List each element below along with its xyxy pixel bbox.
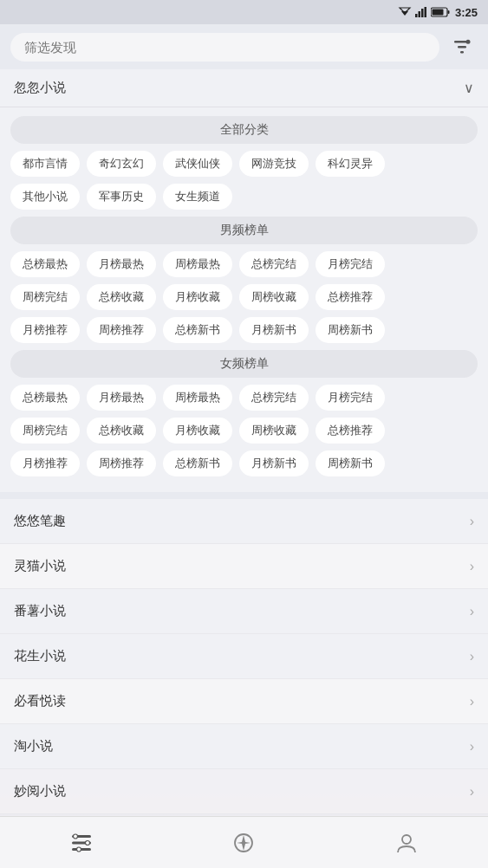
male-tags-row1: 总榜最热 月榜最热 周榜最热 总榜完结 月榜完结 (10, 251, 478, 277)
tag-junshilishi[interactable]: 军事历史 (87, 184, 156, 210)
tag-f-week-new[interactable]: 周榜新书 (316, 450, 385, 476)
tag-f-week-recommend[interactable]: 周榜推荐 (87, 450, 156, 476)
tag-wuxiaxianxia[interactable]: 武侠仙侠 (163, 151, 232, 177)
svg-rect-11 (460, 51, 464, 54)
svg-point-32 (73, 834, 77, 839)
tag-f-total-hot[interactable]: 总榜最热 (10, 385, 80, 411)
search-input-wrap[interactable] (10, 33, 439, 62)
nav-item-profile[interactable] (378, 825, 435, 861)
divider1 (0, 492, 488, 499)
filter-button[interactable] (446, 31, 478, 62)
tag-f-month-finish[interactable]: 月榜完结 (316, 385, 385, 411)
list-item-youyoubiqu[interactable]: 悠悠笔趣 › (0, 499, 488, 544)
tag-f-month-collect[interactable]: 月榜收藏 (163, 418, 232, 444)
tag-m-week-collect[interactable]: 周榜收藏 (239, 284, 309, 310)
tag-m-week-hot[interactable]: 周榜最热 (163, 251, 232, 277)
list-item-fanshu[interactable]: 番薯小说 › (0, 589, 488, 634)
tag-f-week-collect[interactable]: 周榜收藏 (239, 418, 309, 444)
arrow-icon: › (470, 514, 474, 529)
tag-m-total-finish[interactable]: 总榜完结 (239, 251, 309, 277)
tag-m-total-hot[interactable]: 总榜最热 (10, 251, 80, 277)
time-display: 3:25 (455, 6, 478, 19)
section-huhuxiaoshuo[interactable]: 忽忽小说 ∨ (0, 69, 488, 107)
svg-point-37 (402, 835, 411, 844)
tag-m-week-finish[interactable]: 周榜完结 (10, 284, 80, 310)
svg-point-33 (85, 840, 89, 845)
list-item-miaoyue[interactable]: 妙阅小说 › (0, 769, 488, 814)
tag-f-total-collect[interactable]: 总榜收藏 (87, 418, 156, 444)
mountain-section: 花生小说 › 必看悦读 › 淘小说 › (0, 634, 488, 816)
tag-f-total-new[interactable]: 总榜新书 (163, 450, 232, 476)
svg-rect-2 (415, 14, 418, 17)
svg-rect-7 (447, 10, 449, 14)
male-group-label: 男频榜单 (10, 217, 478, 244)
item-label-bikanyuedu: 必看悦读 (14, 693, 66, 709)
tag-m-week-new[interactable]: 周榜新书 (316, 317, 385, 343)
list-item-huasheng[interactable]: 花生小说 › (0, 634, 488, 679)
tag-wangyoujingji[interactable]: 网游竞技 (239, 151, 309, 177)
arrow-icon: › (470, 739, 474, 755)
tag-f-month-recommend[interactable]: 月榜推荐 (10, 450, 80, 476)
svg-rect-4 (421, 9, 424, 17)
tag-qitaxiaoshuo[interactable]: 其他小说 (10, 184, 80, 210)
search-input[interactable] (24, 40, 426, 55)
arrow-icon: › (470, 694, 474, 709)
tag-m-total-collect[interactable]: 总榜收藏 (87, 284, 156, 310)
tag-f-month-hot[interactable]: 月榜最热 (87, 385, 156, 411)
list-item-bikanyuedu[interactable]: 必看悦读 › (0, 679, 488, 724)
female-tags-row1: 总榜最热 月榜最热 周榜最热 总榜完结 月榜完结 (10, 385, 478, 411)
nav-item-discover[interactable] (53, 826, 110, 859)
tag-f-total-finish[interactable]: 总榜完结 (239, 385, 309, 411)
male-tags-row3: 月榜推荐 周榜推荐 总榜新书 月榜新书 周榜新书 (10, 317, 478, 343)
svg-point-34 (76, 847, 81, 852)
tag-m-month-recommend[interactable]: 月榜推荐 (10, 317, 80, 343)
tag-m-week-recommend[interactable]: 周榜推荐 (87, 317, 156, 343)
list-item-lingmao[interactable]: 灵猫小说 › (0, 544, 488, 589)
mountain-background: 妙阅小说 › 有兔阅读 › (0, 769, 488, 816)
list-item-youtu[interactable]: 有兔阅读 › (0, 814, 488, 816)
item-label-huasheng: 花生小说 (14, 648, 66, 664)
status-bar: 3:25 (0, 0, 488, 24)
signal-icon (415, 7, 427, 17)
item-label-miaoyue: 妙阅小说 (14, 783, 66, 800)
status-icons (398, 7, 450, 17)
item-label-fanshu: 番薯小说 (14, 603, 66, 619)
tag-m-month-new[interactable]: 月榜新书 (239, 317, 309, 343)
arrow-icon: › (470, 784, 474, 800)
tag-f-week-finish[interactable]: 周榜完结 (10, 418, 80, 444)
tag-m-total-recommend[interactable]: 总榜推荐 (316, 284, 385, 310)
battery-icon (431, 7, 450, 17)
list-item-taoxiaoshuo[interactable]: 淘小说 › (0, 724, 488, 769)
explore-nav-icon (232, 832, 255, 854)
tag-m-month-hot[interactable]: 月榜最热 (87, 251, 156, 277)
tag-nvshengpindao[interactable]: 女生频道 (163, 184, 232, 210)
svg-rect-10 (458, 46, 466, 49)
svg-point-12 (466, 40, 471, 44)
tag-m-month-finish[interactable]: 月榜完结 (316, 251, 385, 277)
profile-nav-icon (395, 832, 418, 854)
tag-f-total-recommend[interactable]: 总榜推荐 (316, 418, 385, 444)
item-label-taoxiaoshuo: 淘小说 (14, 738, 53, 755)
nav-item-explore[interactable] (215, 825, 272, 861)
mountain-overlay-items: 妙阅小说 › 有兔阅读 › (0, 769, 488, 816)
wifi-icon (398, 7, 412, 17)
tag-m-month-collect[interactable]: 月榜收藏 (163, 284, 232, 310)
all-categories-label[interactable]: 全部分类 (10, 116, 478, 144)
filter-icon (452, 36, 472, 57)
tag-dushiyaqing[interactable]: 都市言情 (10, 151, 80, 177)
tag-m-total-new[interactable]: 总榜新书 (163, 317, 232, 343)
arrow-icon: › (470, 559, 474, 574)
svg-rect-5 (424, 7, 426, 17)
genre-tags-row2: 其他小说 军事历史 女生频道 (10, 184, 478, 210)
tag-f-month-new[interactable]: 月榜新书 (239, 450, 309, 476)
genre-tags-row1: 都市言情 奇幻玄幻 武侠仙侠 网游竞技 科幻灵异 (10, 151, 478, 177)
female-tags-row2: 周榜完结 总榜收藏 月榜收藏 周榜收藏 总榜推荐 (10, 418, 478, 444)
item-label-youyoubiqu: 悠悠笔趣 (14, 513, 66, 529)
tag-qihuanxuanhuan[interactable]: 奇幻玄幻 (87, 151, 156, 177)
arrow-icon: › (470, 649, 474, 664)
search-bar (0, 24, 488, 69)
arrow-icon: › (470, 604, 474, 619)
tag-kehualingshen[interactable]: 科幻灵异 (316, 151, 385, 177)
tag-f-week-hot[interactable]: 周榜最热 (163, 385, 232, 411)
item-label-lingmao: 灵猫小说 (14, 558, 66, 574)
